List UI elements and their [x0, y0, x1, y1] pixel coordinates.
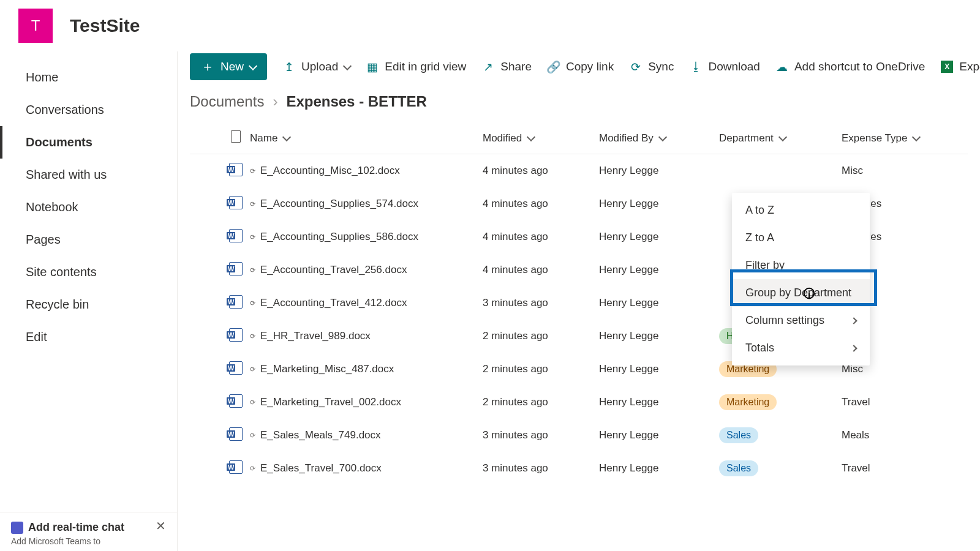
- chevron-down-icon: [912, 133, 921, 141]
- column-expense-type[interactable]: Expense Type: [842, 132, 940, 144]
- sync-button[interactable]: ⟳ Sync: [630, 60, 674, 73]
- dropdown-filter-by[interactable]: Filter by: [732, 252, 870, 279]
- share-button[interactable]: ↗ Share: [482, 60, 532, 73]
- nav-home[interactable]: Home: [0, 61, 177, 94]
- file-type-header[interactable]: [222, 130, 250, 146]
- table-row[interactable]: ⟳E_Sales_Meals_749.docx3 minutes agoHenr…: [190, 419, 968, 452]
- export-excel-button[interactable]: X Export to Ex: [941, 60, 980, 73]
- word-doc-icon: [229, 361, 243, 375]
- grid-icon: ▦: [366, 61, 379, 73]
- word-doc-icon: [229, 427, 243, 441]
- file-name: E_Accounting_Misc_102.docx: [260, 165, 400, 177]
- nav-recycle[interactable]: Recycle bin: [0, 288, 177, 321]
- table-row[interactable]: ⟳E_Marketing_Travel_002.docx2 minutes ag…: [190, 386, 968, 419]
- dropdown-totals[interactable]: Totals: [732, 334, 870, 362]
- download-icon: ⭳: [690, 61, 702, 73]
- nav-site-contents[interactable]: Site contents: [0, 256, 177, 288]
- modified-by-value: Henry Legge: [599, 462, 719, 474]
- upload-icon: ↥: [283, 61, 295, 73]
- toolbar: ＋ New ↥ Upload ▦ Edit in grid view ↗ Sha…: [178, 51, 980, 88]
- onedrive-icon: ☁: [776, 61, 788, 73]
- expense-type-value: Meals: [842, 429, 940, 441]
- modified-by-value: Henry Legge: [599, 429, 719, 441]
- file-name: E_Accounting_Travel_412.docx: [260, 297, 407, 309]
- word-doc-icon: [229, 163, 243, 176]
- nav-pages[interactable]: Pages: [0, 223, 177, 256]
- file-name: E_Marketing_Travel_002.docx: [260, 396, 401, 408]
- modified-value: 4 minutes ago: [483, 231, 599, 243]
- copy-link-button[interactable]: 🔗 Copy link: [548, 60, 614, 73]
- chevron-down-icon: [343, 61, 352, 70]
- site-header: T TestSite: [0, 0, 980, 51]
- modified-by-value: Henry Legge: [599, 198, 719, 210]
- edit-grid-button[interactable]: ▦ Edit in grid view: [366, 60, 466, 73]
- sync-status-icon: ⟳: [250, 399, 255, 407]
- chevron-down-icon: [249, 61, 257, 70]
- nav-edit[interactable]: Edit: [0, 321, 177, 353]
- department-value: Marketing: [719, 394, 842, 410]
- word-doc-icon: [229, 229, 243, 242]
- new-button[interactable]: ＋ New: [190, 53, 267, 80]
- department-value: Sales: [719, 427, 842, 443]
- column-name[interactable]: Name: [250, 132, 483, 144]
- chat-promo-title: Add real-time chat: [28, 521, 124, 534]
- table-row[interactable]: ⟳E_Accounting_Misc_102.docx4 minutes ago…: [190, 154, 968, 187]
- share-icon: ↗: [482, 61, 494, 73]
- file-name: E_Marketing_Misc_487.docx: [260, 363, 394, 375]
- chevron-right-icon: [850, 317, 857, 324]
- table-row[interactable]: ⟳E_Sales_Travel_700.docx3 minutes agoHen…: [190, 452, 968, 485]
- nav-conversations[interactable]: Conversations: [0, 94, 177, 126]
- column-modified[interactable]: Modified: [483, 132, 599, 144]
- sync-status-icon: ⟳: [250, 266, 255, 274]
- sidebar: Home Conversations Documents Shared with…: [0, 51, 178, 551]
- dropdown-column-settings[interactable]: Column settings: [732, 307, 870, 334]
- breadcrumb: Documents › Expenses - BETTER: [178, 88, 980, 122]
- download-button[interactable]: ⭳ Download: [690, 60, 760, 73]
- modified-value: 2 minutes ago: [483, 330, 599, 342]
- dropdown-sort-az[interactable]: A to Z: [732, 197, 870, 224]
- modified-value: 3 minutes ago: [483, 462, 599, 474]
- teams-icon: [11, 522, 23, 534]
- sync-icon: ⟳: [630, 61, 642, 73]
- chevron-right-icon: ›: [273, 93, 277, 110]
- modified-by-value: Henry Legge: [599, 297, 719, 309]
- column-department[interactable]: Department: [719, 132, 842, 144]
- word-doc-icon: [229, 262, 243, 276]
- add-shortcut-button[interactable]: ☁ Add shortcut to OneDrive: [776, 60, 925, 73]
- modified-by-value: Henry Legge: [599, 330, 719, 342]
- word-doc-icon: [229, 295, 243, 309]
- file-icon: [231, 130, 241, 143]
- file-name: E_Accounting_Travel_256.docx: [260, 264, 407, 276]
- file-name: E_Accounting_Supplies_586.docx: [260, 231, 418, 243]
- modified-by-value: Henry Legge: [599, 363, 719, 375]
- nav-notebook[interactable]: Notebook: [0, 191, 177, 223]
- chevron-down-icon: [527, 133, 535, 141]
- nav-documents[interactable]: Documents: [0, 126, 177, 159]
- modified-by-value: Henry Legge: [599, 396, 719, 408]
- modified-by-value: Henry Legge: [599, 231, 719, 243]
- upload-button[interactable]: ↥ Upload: [283, 60, 350, 73]
- expense-type-value: Misc: [842, 165, 940, 177]
- close-icon[interactable]: ✕: [156, 519, 166, 533]
- site-title: TestSite: [70, 15, 140, 36]
- expense-type-value: Travel: [842, 396, 940, 408]
- chat-promo[interactable]: ✕ Add real-time chat Add Microsoft Teams…: [0, 512, 177, 551]
- plus-icon: ＋: [201, 58, 214, 76]
- link-icon: 🔗: [548, 61, 560, 73]
- chevron-down-icon: [658, 133, 667, 141]
- modified-value: 3 minutes ago: [483, 297, 599, 309]
- breadcrumb-root[interactable]: Documents: [190, 93, 264, 110]
- file-name: E_Accounting_Supplies_574.docx: [260, 198, 418, 210]
- dropdown-group-by[interactable]: Group by Department: [732, 279, 870, 307]
- expense-type-value: Travel: [842, 462, 940, 474]
- site-logo: T: [18, 9, 53, 43]
- file-name: E_Sales_Meals_749.docx: [260, 429, 381, 441]
- column-modified-by[interactable]: Modified By: [599, 132, 719, 144]
- chevron-down-icon: [778, 133, 787, 141]
- word-doc-icon: [229, 460, 243, 474]
- file-name: E_Sales_Travel_700.docx: [260, 462, 382, 474]
- dropdown-sort-za[interactable]: Z to A: [732, 224, 870, 252]
- department-value: Sales: [719, 460, 842, 476]
- word-doc-icon: [229, 328, 243, 342]
- nav-shared[interactable]: Shared with us: [0, 159, 177, 191]
